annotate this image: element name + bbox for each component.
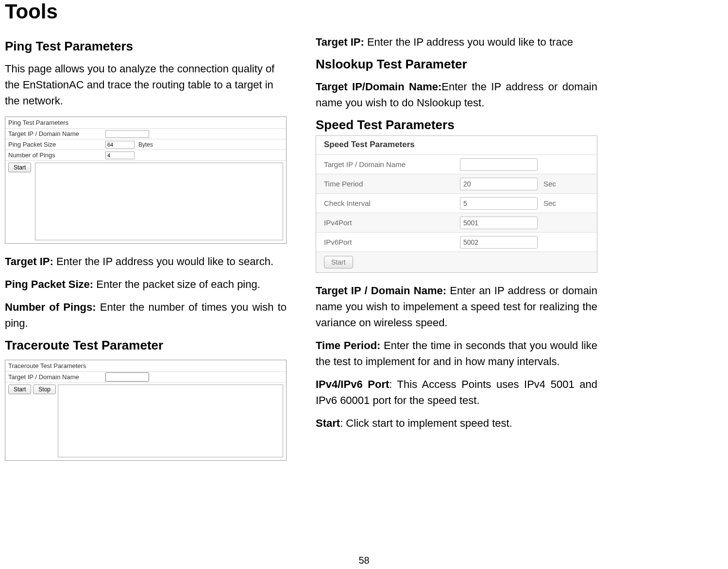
def-packet-size-text: Enter the packet size of each ping. (93, 278, 260, 290)
trace-panel-title: Traceroute Test Parameters (5, 360, 286, 371)
def-target-ip: Target IP: Enter the IP address you woul… (5, 253, 287, 269)
trace-target-label: Target IP / Domain Name (8, 373, 105, 381)
speed-row-ipv6: IPv6Port (316, 232, 597, 251)
def-speed-port-bold: IPv4/IPv6 Port (316, 378, 389, 390)
ping-target-input[interactable] (105, 130, 149, 138)
left-column: Ping Test Parameters This page allows yo… (5, 32, 287, 470)
ping-size-input[interactable] (105, 141, 135, 149)
def-speed-target-bold: Target IP / Domain Name: (316, 284, 446, 297)
ping-target-label: Target IP / Domain Name (8, 130, 105, 137)
heading-speed-test: Speed Test Parameters (316, 117, 597, 133)
def-speed-time: Time Period: Enter the time in seconds t… (316, 337, 597, 369)
heading-traceroute: Traceroute Test Parameter (5, 338, 287, 353)
trace-stop-button[interactable]: Stop (33, 385, 56, 394)
ping-panel-title: Ping Test Parameters (5, 117, 286, 128)
def-num-pings-bold: Number of Pings: (5, 301, 96, 313)
ping-size-unit: Bytes (138, 141, 153, 148)
heading-nslookup: Nslookup Test Parameter (316, 57, 597, 72)
speed-row-interval: Check Interval Sec (316, 193, 597, 213)
speed-start-row: Start (316, 251, 597, 272)
speed-row-target: Target IP / Domain Name (316, 154, 597, 174)
page-number: 58 (0, 555, 728, 566)
def-nslookup-bold: Target IP/Domain Name: (316, 81, 441, 93)
ping-start-button[interactable]: Start (8, 163, 31, 172)
trace-target-input[interactable] (105, 372, 149, 382)
speed-time-unit: Sec (543, 180, 556, 188)
speed-panel: Speed Test Parameters Target IP / Domain… (316, 135, 597, 273)
speed-start-button[interactable]: Start (324, 256, 353, 268)
columns: Ping Test Parameters This page allows yo… (5, 32, 723, 470)
def-target-ip-text: Enter the IP address you would like to s… (53, 255, 273, 268)
speed-interval-label: Check Interval (324, 199, 460, 207)
right-column: Target IP: Enter the IP address you woul… (316, 32, 597, 470)
speed-time-label: Time Period (324, 180, 460, 188)
def-speed-port: IPv4/IPv6 Port: This Access Points uses … (316, 376, 597, 408)
speed-ipv4-label: IPv4Port (324, 218, 460, 227)
ping-panel: Ping Test Parameters Target IP / Domain … (5, 117, 287, 244)
traceroute-panel: Traceroute Test Parameters Target IP / D… (5, 360, 287, 461)
speed-row-ipv4: IPv4Port (316, 213, 597, 232)
speed-target-input[interactable] (460, 158, 538, 171)
ping-count-input[interactable] (105, 151, 135, 159)
def-speed-target: Target IP / Domain Name: Enter an IP add… (316, 283, 597, 331)
def-speed-start: Start: Click start to implement speed te… (316, 415, 597, 431)
trace-row-target: Target IP / Domain Name (5, 371, 286, 382)
intro-text: This page allows you to analyze the conn… (5, 61, 287, 109)
def-num-pings: Number of Pings: Enter the number of tim… (5, 299, 287, 331)
ping-row-size: Ping Packet Size Bytes (5, 139, 286, 150)
speed-row-time: Time Period Sec (316, 174, 597, 193)
def-nslookup: Target IP/Domain Name:Enter the IP addre… (316, 79, 597, 111)
def-trace-target-ip-bold: Target IP: (316, 36, 364, 48)
ping-row-target: Target IP / Domain Name (5, 128, 286, 139)
speed-target-label: Target IP / Domain Name (324, 160, 460, 168)
speed-interval-input[interactable] (460, 197, 538, 210)
def-target-ip-bold: Target IP: (5, 255, 53, 268)
ping-count-label: Number of Pings (8, 151, 105, 159)
speed-interval-unit: Sec (543, 199, 556, 207)
ping-bottom-row: Start (5, 160, 286, 243)
def-speed-time-bold: Time Period: (316, 339, 380, 351)
speed-panel-title: Speed Test Parameters (316, 136, 597, 154)
speed-ipv4-input[interactable] (460, 217, 538, 229)
trace-start-button[interactable]: Start (8, 385, 31, 394)
def-speed-start-text: : Click start to implement speed test. (340, 417, 512, 429)
def-trace-target-ip: Target IP: Enter the IP address you woul… (316, 34, 597, 50)
trace-bottom-row: Start Stop (5, 382, 286, 460)
def-packet-size: Ping Packet Size: Enter the packet size … (5, 276, 287, 292)
heading-ping-test-parameters: Ping Test Parameters (5, 39, 287, 54)
trace-output-box (58, 385, 283, 457)
page-title: Tools (5, 0, 723, 23)
ping-size-label: Ping Packet Size (8, 141, 105, 148)
def-trace-target-ip-text: Enter the IP address you would like to t… (364, 36, 573, 48)
def-speed-start-bold: Start (316, 417, 340, 429)
ping-output-box (35, 163, 283, 240)
speed-ipv6-input[interactable] (460, 236, 538, 249)
speed-ipv6-label: IPv6Port (324, 238, 460, 246)
trace-buttons: Start Stop (5, 383, 56, 396)
speed-time-input[interactable] (460, 178, 538, 190)
def-packet-size-bold: Ping Packet Size: (5, 278, 93, 290)
ping-row-count: Number of Pings (5, 150, 286, 160)
